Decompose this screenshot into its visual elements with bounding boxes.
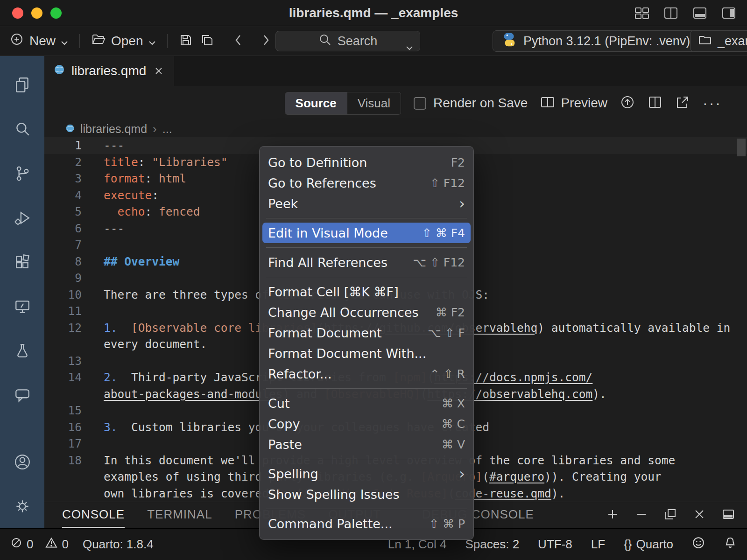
menu-item-change-all-occurrences[interactable]: Change All Occurrences⌘ F2 bbox=[262, 302, 471, 322]
workspace-selector[interactable]: _examples bbox=[690, 30, 747, 52]
open-button[interactable]: Open bbox=[91, 32, 156, 49]
render-on-save-checkbox[interactable] bbox=[414, 97, 426, 110]
menu-item-refactor[interactable]: Refactor...⌃ ⇧ R bbox=[262, 364, 471, 384]
menu-item-format-document-with[interactable]: Format Document With... bbox=[262, 343, 471, 364]
customize-layout-icon[interactable] bbox=[634, 6, 650, 20]
quarto-version-status[interactable]: Quarto: 1.8.4 bbox=[83, 537, 154, 552]
search-icon[interactable] bbox=[0, 107, 44, 151]
window-title: libraries.qmd — _examples bbox=[289, 6, 458, 21]
close-window-button[interactable] bbox=[12, 7, 23, 19]
testing-beaker-icon[interactable] bbox=[0, 329, 44, 373]
settings-gear-icon[interactable] bbox=[0, 484, 44, 528]
panel-tab-terminal[interactable]: TERMINAL bbox=[147, 502, 212, 528]
menu-item-label: Spelling bbox=[268, 467, 318, 481]
indentation-status[interactable]: Spaces: 2 bbox=[465, 537, 519, 552]
line-number: 4 bbox=[44, 187, 82, 204]
close-tab-icon[interactable] bbox=[153, 65, 164, 77]
menu-item-show-spelling-issues[interactable]: Show Spelling Issues bbox=[262, 484, 471, 504]
notifications-bell-icon[interactable] bbox=[724, 536, 737, 553]
new-console-plus-icon[interactable] bbox=[606, 508, 619, 523]
tab-label: libraries.qmd bbox=[71, 63, 146, 78]
minimize-window-button[interactable] bbox=[31, 7, 42, 19]
menu-item-command-palette[interactable]: Command Palette...⇧ ⌘ P bbox=[262, 513, 471, 534]
account-icon[interactable] bbox=[0, 440, 44, 484]
code-token: )). Creating your bbox=[544, 470, 662, 483]
menu-item-find-all-references[interactable]: Find All References⌥ ⇧ F12 bbox=[262, 252, 471, 273]
folder-icon bbox=[698, 33, 712, 49]
publish-icon[interactable] bbox=[620, 95, 635, 112]
open-external-icon[interactable] bbox=[675, 95, 690, 112]
chevron-down-icon bbox=[148, 34, 156, 49]
toggle-panel-icon[interactable] bbox=[692, 6, 708, 20]
explorer-icon[interactable] bbox=[0, 63, 44, 107]
line-number: 18 bbox=[44, 452, 82, 469]
save-icon[interactable] bbox=[179, 33, 193, 49]
preview-monitor-icon[interactable] bbox=[0, 284, 44, 329]
menu-item-paste[interactable]: Paste⌘ V bbox=[262, 434, 471, 455]
code-token bbox=[104, 205, 118, 218]
code-token: "Libraries" bbox=[152, 155, 227, 169]
menu-item-go-to-definition[interactable]: Go to DefinitionF2 bbox=[262, 152, 471, 173]
extensions-icon[interactable] bbox=[0, 240, 44, 284]
code-token: format bbox=[104, 172, 145, 185]
preview-button[interactable]: Preview bbox=[540, 95, 607, 111]
interpreter-label: Python 3.12.1 (PipEnv: .venv) bbox=[523, 34, 690, 49]
line-number bbox=[44, 386, 82, 403]
restore-panel-icon[interactable] bbox=[664, 508, 677, 523]
menu-item-go-to-references[interactable]: Go to References⇧ F12 bbox=[262, 173, 471, 193]
breadcrumb-more[interactable]: ... bbox=[162, 122, 172, 136]
scrollbar-thumb[interactable] bbox=[737, 139, 746, 156]
python-logo-icon bbox=[501, 32, 517, 51]
language-mode-status[interactable]: {} Quarto bbox=[624, 537, 673, 552]
line-number: 11 bbox=[44, 303, 82, 320]
menu-item-format-cell-k-f[interactable]: Format Cell [⌘K ⌘F] bbox=[262, 281, 471, 302]
feedback-smiley-icon[interactable] bbox=[692, 536, 705, 553]
menu-item-edit-in-visual-mode[interactable]: Edit in Visual Mode⇧ ⌘ F4 bbox=[262, 223, 471, 243]
new-button[interactable]: New bbox=[10, 32, 68, 49]
braces-icon: {} bbox=[624, 537, 632, 552]
search-input[interactable]: Search bbox=[275, 31, 420, 51]
code-token: about-packages-and-modules bbox=[104, 387, 283, 401]
split-editor-layout-icon[interactable] bbox=[663, 6, 679, 20]
menu-shortcut: ⇧ F12 bbox=[430, 176, 465, 190]
line-number bbox=[44, 485, 82, 502]
line-number: 5 bbox=[44, 203, 82, 220]
more-actions-icon[interactable]: ··· bbox=[703, 96, 722, 111]
interpreter-selector[interactable]: Python 3.12.1 (PipEnv: .venv) bbox=[493, 30, 699, 52]
menu-item-label: Go to References bbox=[268, 176, 376, 190]
source-mode-button[interactable]: Source bbox=[285, 92, 347, 114]
zoom-window-button[interactable] bbox=[50, 7, 62, 19]
menu-item-spelling[interactable]: Spelling› bbox=[262, 463, 471, 484]
source-control-icon[interactable] bbox=[0, 151, 44, 196]
save-all-icon[interactable] bbox=[200, 33, 214, 49]
code-token: fenced bbox=[159, 205, 200, 218]
menu-item-format-document[interactable]: Format Document⌥ ⇧ F bbox=[262, 322, 471, 343]
menu-item-label: Cut bbox=[268, 396, 290, 411]
menu-item-cut[interactable]: Cut⌘ X bbox=[262, 393, 471, 413]
menu-item-copy[interactable]: Copy⌘ C bbox=[262, 413, 471, 434]
problems-status[interactable]: 0 0 bbox=[10, 537, 69, 552]
forward-icon[interactable] bbox=[262, 33, 270, 49]
menu-separator bbox=[266, 388, 467, 389]
tab-strip: libraries.qmd bbox=[44, 56, 747, 86]
panel-tab-console[interactable]: CONSOLE bbox=[62, 502, 125, 528]
code-token: ) automatically available in bbox=[537, 321, 730, 335]
split-editor-icon[interactable] bbox=[648, 95, 662, 112]
encoding-status[interactable]: UTF-8 bbox=[538, 537, 572, 552]
panel-layout-icon[interactable] bbox=[722, 508, 735, 523]
chat-icon[interactable] bbox=[0, 373, 44, 417]
minimize-panel-icon[interactable] bbox=[635, 508, 648, 523]
code-token: 2. bbox=[104, 371, 118, 384]
folder-open-icon bbox=[91, 32, 106, 49]
back-icon[interactable] bbox=[234, 33, 242, 49]
visual-mode-button[interactable]: Visual bbox=[347, 92, 401, 114]
search-icon bbox=[318, 33, 331, 49]
toggle-secondary-sidebar-icon[interactable] bbox=[721, 6, 737, 20]
line-number: 10 bbox=[44, 287, 82, 303]
tab-libraries-qmd[interactable]: libraries.qmd bbox=[44, 56, 174, 86]
menu-item-peek[interactable]: Peek› bbox=[262, 193, 471, 214]
close-panel-icon[interactable] bbox=[693, 508, 706, 523]
eol-status[interactable]: LF bbox=[591, 537, 605, 552]
breadcrumb-file[interactable]: libraries.qmd bbox=[80, 122, 147, 136]
run-debug-icon[interactable] bbox=[0, 196, 44, 240]
